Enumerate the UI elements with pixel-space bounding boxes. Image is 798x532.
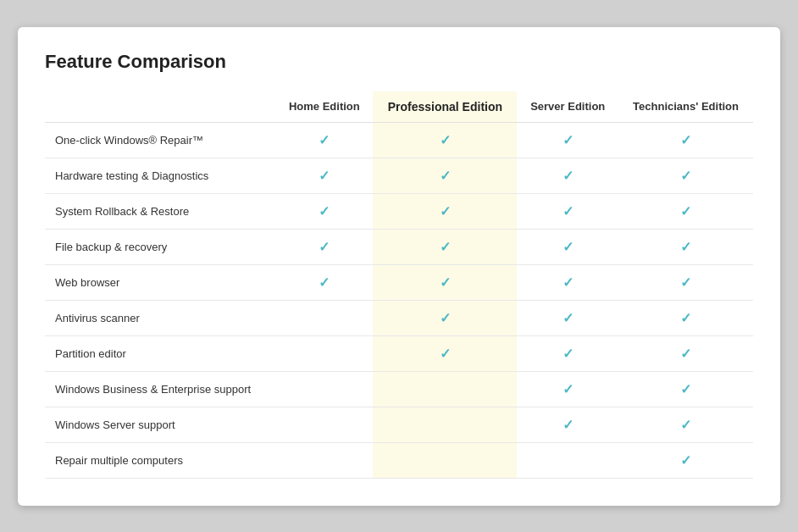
cell-server-9 <box>517 442 618 478</box>
cell-server-8: ✓ <box>517 407 618 442</box>
page-title: Feature Comparison <box>45 51 753 73</box>
checkmark-icon: ✓ <box>562 346 574 361</box>
cell-server-3: ✓ <box>517 229 618 264</box>
cell-pro-3: ✓ <box>373 229 517 264</box>
cell-pro-1: ✓ <box>373 158 517 193</box>
table-row: System Rollback & Restore✓✓✓✓ <box>45 193 753 229</box>
cell-home-8 <box>275 407 373 442</box>
cell-server-0: ✓ <box>517 122 618 158</box>
cell-feature-5: Antivirus scanner <box>45 300 275 335</box>
cell-feature-4: Web browser <box>45 264 275 300</box>
table-row: Repair multiple computers✓ <box>45 442 753 478</box>
checkmark-icon: ✓ <box>440 240 451 254</box>
cell-pro-7 <box>373 371 517 407</box>
cell-pro-6: ✓ <box>373 335 517 371</box>
checkmark-icon: ✓ <box>562 133 574 147</box>
cell-feature-6: Partition editor <box>45 335 275 371</box>
cell-tech-0: ✓ <box>618 122 753 158</box>
table-row: Partition editor✓✓✓ <box>45 335 753 371</box>
checkmark-icon: ✓ <box>319 133 330 147</box>
checkmark-icon: ✓ <box>562 418 574 432</box>
cell-tech-7: ✓ <box>618 371 753 407</box>
cell-home-6 <box>275 335 373 371</box>
cell-feature-7: Windows Business & Enterprise support <box>45 371 275 407</box>
checkmark-icon: ✓ <box>562 311 574 325</box>
col-header-server: Server Edition <box>517 91 618 123</box>
table-row: Windows Server support✓✓ <box>45 407 753 442</box>
cell-tech-6: ✓ <box>618 335 753 371</box>
cell-pro-8 <box>373 407 517 442</box>
cell-home-1: ✓ <box>275 158 373 193</box>
checkmark-icon: ✓ <box>562 204 574 219</box>
cell-server-6: ✓ <box>517 335 618 371</box>
cell-feature-2: System Rollback & Restore <box>45 193 275 229</box>
cell-feature-8: Windows Server support <box>45 407 275 442</box>
cell-home-2: ✓ <box>275 193 373 229</box>
cell-feature-0: One-click Windows® Repair™ <box>45 122 275 158</box>
cell-home-9 <box>275 442 373 478</box>
checkmark-icon: ✓ <box>562 240 574 254</box>
cell-tech-2: ✓ <box>618 193 753 229</box>
checkmark-icon: ✓ <box>680 169 691 183</box>
comparison-table: Home EditionProfessional EditionServer E… <box>45 91 753 479</box>
checkmark-icon: ✓ <box>680 275 691 290</box>
checkmark-icon: ✓ <box>562 275 574 290</box>
cell-home-7 <box>275 371 373 407</box>
cell-feature-3: File backup & recovery <box>45 229 275 264</box>
checkmark-icon: ✓ <box>440 275 451 290</box>
checkmark-icon: ✓ <box>440 311 451 325</box>
cell-home-4: ✓ <box>275 264 373 300</box>
cell-pro-9 <box>373 442 517 478</box>
checkmark-icon: ✓ <box>680 133 691 147</box>
feature-comparison-card: Feature Comparison Home EditionProfessio… <box>18 27 780 506</box>
col-header-pro: Professional Edition <box>373 91 517 123</box>
checkmark-icon: ✓ <box>680 240 691 254</box>
cell-tech-5: ✓ <box>618 300 753 335</box>
checkmark-icon: ✓ <box>680 311 691 325</box>
checkmark-icon: ✓ <box>319 240 330 254</box>
col-header-home: Home Edition <box>275 91 373 123</box>
cell-tech-4: ✓ <box>618 264 753 300</box>
cell-home-5 <box>275 300 373 335</box>
checkmark-icon: ✓ <box>319 169 330 183</box>
col-header-tech: Technicians' Edition <box>618 91 753 123</box>
cell-home-0: ✓ <box>275 122 373 158</box>
col-header-feature <box>45 91 275 123</box>
cell-server-7: ✓ <box>517 371 618 407</box>
cell-tech-9: ✓ <box>618 442 753 478</box>
table-row: One-click Windows® Repair™✓✓✓✓ <box>45 122 753 158</box>
cell-pro-5: ✓ <box>373 300 517 335</box>
checkmark-icon: ✓ <box>680 453 691 468</box>
cell-server-4: ✓ <box>517 264 618 300</box>
cell-pro-2: ✓ <box>373 193 517 229</box>
cell-server-1: ✓ <box>517 158 618 193</box>
table-row: Windows Business & Enterprise support✓✓ <box>45 371 753 407</box>
cell-feature-9: Repair multiple computers <box>45 442 275 478</box>
cell-server-2: ✓ <box>517 193 618 229</box>
checkmark-icon: ✓ <box>562 382 574 396</box>
checkmark-icon: ✓ <box>319 204 330 219</box>
cell-tech-3: ✓ <box>618 229 753 264</box>
checkmark-icon: ✓ <box>440 346 451 361</box>
checkmark-icon: ✓ <box>319 275 330 290</box>
table-row: Web browser✓✓✓✓ <box>45 264 753 300</box>
cell-pro-0: ✓ <box>373 122 517 158</box>
checkmark-icon: ✓ <box>440 204 451 219</box>
table-row: Hardware testing & Diagnostics✓✓✓✓ <box>45 158 753 193</box>
checkmark-icon: ✓ <box>440 169 451 183</box>
checkmark-icon: ✓ <box>680 204 691 219</box>
checkmark-icon: ✓ <box>562 169 574 183</box>
cell-pro-4: ✓ <box>373 264 517 300</box>
cell-feature-1: Hardware testing & Diagnostics <box>45 158 275 193</box>
cell-server-5: ✓ <box>517 300 618 335</box>
checkmark-icon: ✓ <box>680 346 691 361</box>
checkmark-icon: ✓ <box>680 382 691 396</box>
cell-home-3: ✓ <box>275 229 373 264</box>
cell-tech-1: ✓ <box>618 158 753 193</box>
cell-tech-8: ✓ <box>618 407 753 442</box>
table-row: Antivirus scanner✓✓✓ <box>45 300 753 335</box>
table-row: File backup & recovery✓✓✓✓ <box>45 229 753 264</box>
checkmark-icon: ✓ <box>440 133 451 147</box>
checkmark-icon: ✓ <box>680 418 691 432</box>
